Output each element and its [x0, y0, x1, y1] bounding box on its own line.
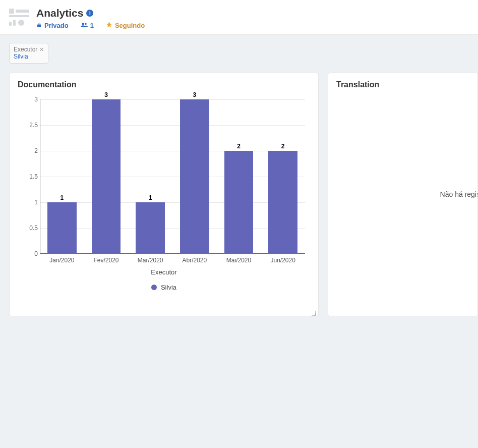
body-area: Executor ✕ Silvia Documentation 1Jan/202… — [0, 35, 478, 316]
y-tick-label: 0 — [18, 250, 38, 257]
resize-handle-icon[interactable] — [311, 309, 316, 314]
privacy-label: Privado — [44, 22, 69, 29]
user-count-indicator[interactable]: 1 — [81, 22, 94, 29]
x-axis-title: Executor — [18, 268, 310, 276]
x-tick-label: Jan/2020 — [40, 257, 84, 264]
bar-column: 3Fev/2020 — [84, 99, 129, 254]
bar-value-label: 2 — [268, 143, 297, 150]
chart-legend[interactable]: Silvia — [18, 284, 310, 291]
bar[interactable]: 2 — [268, 151, 297, 254]
bar-value-label: 3 — [92, 91, 121, 98]
panel-translation: Translation Não há registros p — [328, 73, 478, 316]
header-meta: Privado 1 Seguindo — [36, 21, 145, 29]
empty-state-message: Não há registros p — [440, 190, 478, 198]
y-tick-label: 3 — [18, 96, 38, 103]
y-tick-label: 2 — [18, 147, 38, 154]
follow-indicator[interactable]: Seguindo — [106, 21, 145, 29]
lock-icon — [36, 22, 42, 29]
close-icon[interactable]: ✕ — [39, 46, 44, 53]
follow-label: Seguindo — [115, 22, 145, 29]
bar[interactable]: 3 — [92, 99, 121, 254]
page-title-text: Analytics — [36, 7, 83, 19]
panel-documentation: Documentation 1Jan/20203Fev/20201Mar/202… — [9, 73, 319, 316]
bar-column: 1Mar/2020 — [128, 99, 172, 254]
x-tick-label: Fev/2020 — [84, 257, 129, 264]
page-header: Analytics i Privado 1 Seguindo — [0, 0, 478, 35]
svg-point-1 — [85, 23, 87, 25]
bar[interactable]: 3 — [180, 99, 209, 254]
svg-point-0 — [82, 22, 84, 25]
bar-value-label: 2 — [224, 143, 254, 150]
bar-value-label: 1 — [136, 194, 165, 201]
x-tick-label: Jun/2020 — [261, 257, 305, 264]
bar[interactable]: 1 — [47, 202, 77, 254]
filter-chip-executor[interactable]: Executor ✕ Silvia — [9, 43, 48, 64]
bars-container: 1Jan/20203Fev/20201Mar/20203Abr/20202Mai… — [40, 99, 305, 254]
legend-color-dot — [151, 285, 157, 290]
x-tick-label: Mai/2020 — [217, 257, 261, 264]
dashboard-icon — [9, 7, 29, 27]
y-tick-label: 2.5 — [18, 122, 38, 129]
panel-title: Documentation — [18, 80, 310, 89]
bar-chart[interactable]: 1Jan/20203Fev/20201Mar/20203Abr/20202Mai… — [18, 93, 310, 300]
x-tick-label: Abr/2020 — [172, 257, 217, 264]
filter-chip-field: Executor — [14, 46, 37, 53]
panel-title: Translation — [336, 80, 469, 89]
filter-chip-value: Silvia — [14, 53, 44, 60]
legend-label: Silvia — [161, 284, 176, 291]
user-count: 1 — [90, 22, 94, 29]
x-tick-label: Mar/2020 — [128, 257, 172, 264]
bar[interactable]: 1 — [136, 202, 165, 254]
info-icon[interactable]: i — [86, 10, 93, 17]
bar-value-label: 1 — [47, 194, 77, 201]
header-text-block: Analytics i Privado 1 Seguindo — [36, 7, 145, 29]
y-tick-label: 1.5 — [18, 173, 38, 180]
privacy-indicator[interactable]: Privado — [36, 22, 69, 29]
page-title: Analytics i — [36, 7, 145, 19]
bar-value-label: 3 — [180, 91, 209, 98]
y-tick-label: 0.5 — [18, 225, 38, 232]
bar[interactable]: 2 — [224, 151, 254, 254]
star-icon — [106, 21, 112, 29]
users-icon — [81, 22, 88, 29]
bar-column: 2Jun/2020 — [261, 99, 305, 254]
bar-column: 1Jan/2020 — [40, 99, 84, 254]
y-tick-label: 1 — [18, 199, 38, 206]
panels-row: Documentation 1Jan/20203Fev/20201Mar/202… — [9, 73, 478, 316]
bar-column: 3Abr/2020 — [172, 99, 217, 254]
bar-column: 2Mai/2020 — [217, 99, 261, 254]
